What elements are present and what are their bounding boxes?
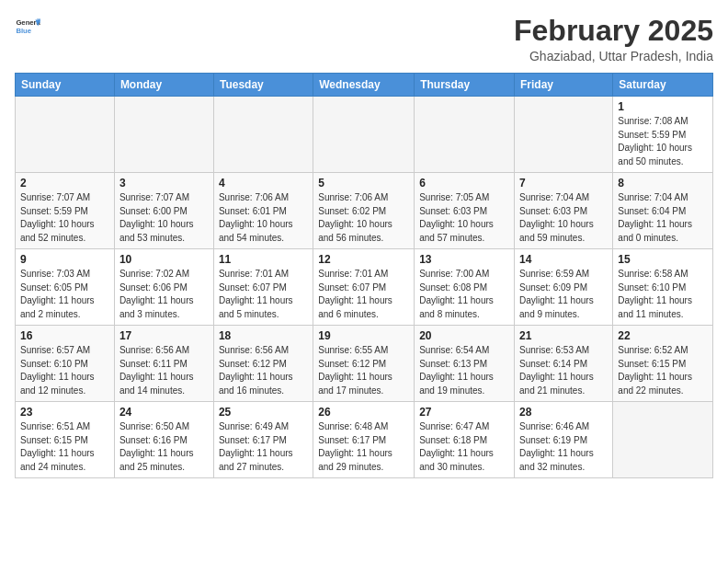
calendar-cell [313, 97, 415, 173]
day-number: 16 [20, 329, 109, 342]
calendar-cell: 19Sunrise: 6:55 AMSunset: 6:12 PMDayligh… [313, 326, 415, 402]
day-info: Sunrise: 6:56 AMSunset: 6:12 PMDaylight:… [219, 344, 308, 397]
day-info: Sunrise: 7:01 AMSunset: 6:07 PMDaylight:… [219, 268, 308, 321]
day-info: Sunrise: 7:08 AMSunset: 5:59 PMDaylight:… [618, 115, 708, 168]
calendar-cell: 24Sunrise: 6:50 AMSunset: 6:16 PMDayligh… [114, 402, 213, 478]
weekday-header-monday: Monday [114, 74, 213, 97]
day-number: 7 [519, 177, 608, 190]
day-number: 26 [318, 406, 409, 419]
day-number: 23 [20, 406, 109, 419]
calendar-cell: 18Sunrise: 6:56 AMSunset: 6:12 PMDayligh… [213, 326, 313, 402]
day-info: Sunrise: 6:48 AMSunset: 6:17 PMDaylight:… [318, 420, 409, 474]
calendar-cell: 25Sunrise: 6:49 AMSunset: 6:17 PMDayligh… [213, 402, 313, 478]
calendar-cell: 4Sunrise: 7:06 AMSunset: 6:01 PMDaylight… [213, 173, 313, 249]
day-number: 6 [419, 177, 509, 190]
location-subtitle: Ghaziabad, Uttar Pradesh, India [514, 49, 713, 63]
calendar-cell [16, 97, 115, 173]
calendar-cell: 7Sunrise: 7:04 AMSunset: 6:03 PMDaylight… [515, 173, 613, 249]
day-number: 14 [519, 253, 608, 266]
week-row-4: 16Sunrise: 6:57 AMSunset: 6:10 PMDayligh… [16, 326, 713, 402]
calendar-cell: 16Sunrise: 6:57 AMSunset: 6:10 PMDayligh… [16, 326, 115, 402]
weekday-header-friday: Friday [515, 74, 613, 97]
calendar-cell: 11Sunrise: 7:01 AMSunset: 6:07 PMDayligh… [213, 249, 313, 326]
day-number: 17 [119, 329, 209, 342]
day-info: Sunrise: 6:53 AMSunset: 6:14 PMDaylight:… [519, 344, 608, 397]
day-number: 10 [119, 253, 209, 266]
calendar-cell: 17Sunrise: 6:56 AMSunset: 6:11 PMDayligh… [114, 326, 213, 402]
day-number: 1 [618, 100, 708, 113]
weekday-header-thursday: Thursday [415, 74, 515, 97]
day-number: 25 [219, 406, 308, 419]
day-info: Sunrise: 7:03 AMSunset: 6:05 PMDaylight:… [20, 268, 109, 321]
title-block: February 2025 Ghaziabad, Uttar Pradesh, … [514, 15, 713, 63]
day-info: Sunrise: 6:52 AMSunset: 6:15 PMDaylight:… [618, 344, 708, 397]
calendar-table: SundayMondayTuesdayWednesdayThursdayFrid… [15, 73, 713, 478]
day-number: 12 [318, 253, 409, 266]
day-number: 5 [318, 177, 409, 190]
day-info: Sunrise: 6:56 AMSunset: 6:11 PMDaylight:… [119, 344, 209, 397]
day-number: 22 [618, 329, 708, 342]
day-number: 27 [419, 406, 509, 419]
calendar-cell: 20Sunrise: 6:54 AMSunset: 6:13 PMDayligh… [415, 326, 515, 402]
calendar-cell: 9Sunrise: 7:03 AMSunset: 6:05 PMDaylight… [16, 249, 115, 326]
day-info: Sunrise: 6:47 AMSunset: 6:18 PMDaylight:… [419, 420, 509, 474]
day-number: 28 [519, 406, 608, 419]
day-number: 4 [219, 177, 308, 190]
weekday-header-row: SundayMondayTuesdayWednesdayThursdayFrid… [16, 74, 713, 97]
day-info: Sunrise: 7:06 AMSunset: 6:02 PMDaylight:… [318, 191, 409, 245]
calendar-cell: 15Sunrise: 6:58 AMSunset: 6:10 PMDayligh… [613, 249, 713, 326]
calendar-cell: 5Sunrise: 7:06 AMSunset: 6:02 PMDaylight… [313, 173, 415, 249]
month-title: February 2025 [514, 15, 713, 47]
day-info: Sunrise: 7:02 AMSunset: 6:06 PMDaylight:… [119, 268, 209, 321]
calendar-cell: 14Sunrise: 6:59 AMSunset: 6:09 PMDayligh… [515, 249, 613, 326]
calendar-cell [515, 97, 613, 173]
calendar-cell: 22Sunrise: 6:52 AMSunset: 6:15 PMDayligh… [613, 326, 713, 402]
calendar-cell [213, 97, 313, 173]
calendar-cell: 12Sunrise: 7:01 AMSunset: 6:07 PMDayligh… [313, 249, 415, 326]
day-info: Sunrise: 6:50 AMSunset: 6:16 PMDaylight:… [119, 420, 209, 474]
week-row-5: 23Sunrise: 6:51 AMSunset: 6:15 PMDayligh… [16, 402, 713, 478]
day-info: Sunrise: 6:55 AMSunset: 6:12 PMDaylight:… [318, 344, 409, 397]
weekday-header-tuesday: Tuesday [213, 74, 313, 97]
day-info: Sunrise: 7:07 AMSunset: 5:59 PMDaylight:… [20, 191, 109, 245]
calendar-cell: 8Sunrise: 7:04 AMSunset: 6:04 PMDaylight… [613, 173, 713, 249]
weekday-header-saturday: Saturday [613, 74, 713, 97]
day-info: Sunrise: 6:58 AMSunset: 6:10 PMDaylight:… [618, 268, 708, 321]
day-number: 19 [318, 329, 409, 342]
day-number: 9 [20, 253, 109, 266]
day-number: 8 [618, 177, 708, 190]
day-number: 21 [519, 329, 608, 342]
day-number: 2 [20, 177, 109, 190]
day-info: Sunrise: 7:07 AMSunset: 6:00 PMDaylight:… [119, 191, 209, 245]
logo-icon: General Blue [15, 15, 40, 40]
day-info: Sunrise: 6:59 AMSunset: 6:09 PMDaylight:… [519, 268, 608, 321]
calendar-cell: 3Sunrise: 7:07 AMSunset: 6:00 PMDaylight… [114, 173, 213, 249]
day-number: 24 [119, 406, 209, 419]
calendar-cell: 26Sunrise: 6:48 AMSunset: 6:17 PMDayligh… [313, 402, 415, 478]
day-number: 11 [219, 253, 308, 266]
week-row-2: 2Sunrise: 7:07 AMSunset: 5:59 PMDaylight… [16, 173, 713, 249]
day-info: Sunrise: 6:51 AMSunset: 6:15 PMDaylight:… [20, 420, 109, 474]
calendar-cell: 28Sunrise: 6:46 AMSunset: 6:19 PMDayligh… [515, 402, 613, 478]
calendar-cell: 21Sunrise: 6:53 AMSunset: 6:14 PMDayligh… [515, 326, 613, 402]
day-info: Sunrise: 6:49 AMSunset: 6:17 PMDaylight:… [219, 420, 308, 474]
calendar-cell [415, 97, 515, 173]
day-info: Sunrise: 6:46 AMSunset: 6:19 PMDaylight:… [519, 420, 608, 474]
day-info: Sunrise: 6:54 AMSunset: 6:13 PMDaylight:… [419, 344, 509, 397]
calendar-cell: 1Sunrise: 7:08 AMSunset: 5:59 PMDaylight… [613, 97, 713, 173]
svg-text:Blue: Blue [16, 27, 31, 35]
day-info: Sunrise: 7:00 AMSunset: 6:08 PMDaylight:… [419, 268, 509, 321]
page: General Blue February 2025 Ghaziabad, Ut… [0, 0, 728, 486]
day-number: 20 [419, 329, 509, 342]
week-row-3: 9Sunrise: 7:03 AMSunset: 6:05 PMDaylight… [16, 249, 713, 326]
day-info: Sunrise: 7:01 AMSunset: 6:07 PMDaylight:… [318, 268, 409, 321]
weekday-header-sunday: Sunday [16, 74, 115, 97]
logo: General Blue [15, 15, 40, 40]
calendar-cell: 13Sunrise: 7:00 AMSunset: 6:08 PMDayligh… [415, 249, 515, 326]
day-number: 15 [618, 253, 708, 266]
day-number: 13 [419, 253, 509, 266]
header: General Blue February 2025 Ghaziabad, Ut… [15, 15, 713, 63]
day-info: Sunrise: 7:06 AMSunset: 6:01 PMDaylight:… [219, 191, 308, 245]
day-info: Sunrise: 7:05 AMSunset: 6:03 PMDaylight:… [419, 191, 509, 245]
week-row-1: 1Sunrise: 7:08 AMSunset: 5:59 PMDaylight… [16, 97, 713, 173]
